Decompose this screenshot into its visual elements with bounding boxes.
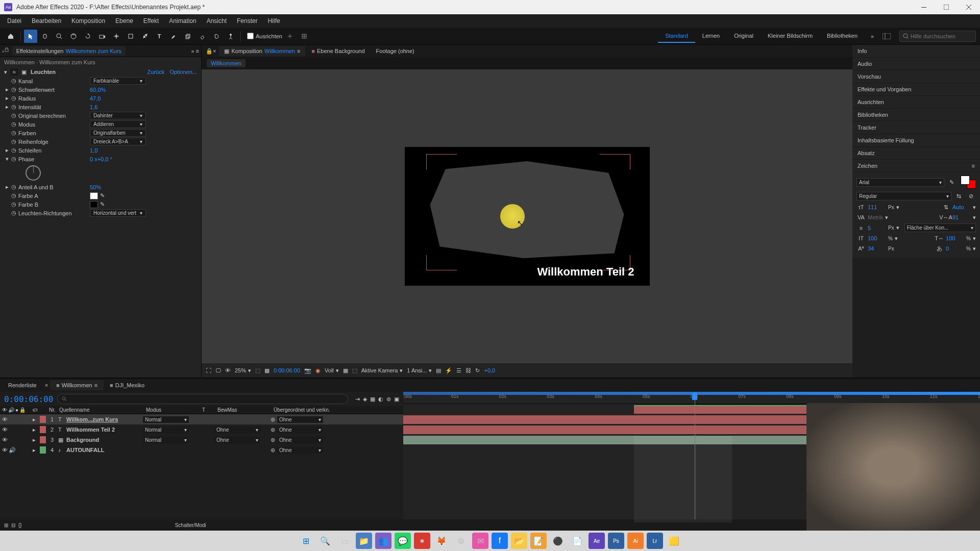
workspace-original[interactable]: Original [727, 30, 761, 43]
panel-effekte[interactable]: Effekte und Vorgaben [852, 83, 980, 96]
fit-icon[interactable]: ⛶ [206, 367, 211, 373]
blend-mode-dropdown[interactable]: Normal▾ [143, 427, 189, 433]
track-matte-dropdown[interactable]: Ohne▾ [214, 437, 260, 443]
tab-close-icon[interactable]: × [43, 382, 50, 388]
selection-tool-icon[interactable] [24, 30, 37, 43]
leading-value[interactable]: Auto [952, 204, 971, 210]
menu-komposition[interactable]: Komposition [66, 15, 110, 27]
layer-name[interactable]: AUTOUNFALL [66, 447, 143, 453]
close-button[interactable] [962, 2, 976, 12]
prop-schleifen-value[interactable]: 1,0 [90, 147, 97, 154]
eye-icon[interactable]: 👁 [2, 447, 8, 454]
audio-col-icon[interactable]: 🔊 [8, 407, 14, 413]
flowchart-icon[interactable]: ⛓ [465, 367, 471, 373]
minimize-button[interactable] [917, 2, 931, 12]
puppet-tool-icon[interactable] [224, 30, 237, 43]
tb-folder-icon[interactable]: 📂 [511, 533, 527, 549]
grid-icon[interactable]: ▦ [264, 367, 270, 374]
effect-header[interactable]: ▾ fx ▣ Leuchten Zurück Optionen... [0, 67, 201, 77]
brush-tool-icon[interactable] [167, 30, 180, 43]
panel-menu-icon[interactable]: ≡ [972, 163, 975, 169]
comp-canvas[interactable]: ↖ Willkommen Teil 2 [405, 147, 650, 286]
type-tool-icon[interactable]: T [153, 30, 166, 43]
comp-tab-footage[interactable]: Footage (ohne) [371, 46, 420, 56]
footer-label[interactable]: Schalter/Modi [175, 522, 206, 528]
menu-fenster[interactable]: Fenster [232, 15, 263, 27]
effect-reset-link[interactable]: Zurück [148, 69, 165, 75]
clone-tool-icon[interactable] [181, 30, 194, 43]
tb-editor-icon[interactable]: 📝 [530, 533, 547, 549]
parent-dropdown[interactable]: Ohne▾ [277, 427, 323, 433]
panel-lock-icon[interactable] [4, 47, 12, 55]
eye-col-icon[interactable]: 👁 [2, 407, 7, 413]
col-header-modus[interactable]: Modus [146, 407, 202, 413]
stopwatch-icon[interactable]: ◷ [10, 95, 17, 102]
panel-vorschau[interactable]: Vorschau [852, 70, 980, 83]
stopwatch-icon[interactable]: ◷ [10, 147, 17, 154]
comp-tab-willkommen[interactable]: ▦ Komposition Willkommen ≡ [219, 46, 305, 56]
camera-dropdown[interactable]: Aktive Kamera ▾ [361, 367, 403, 374]
prop-schwellen-value[interactable]: 60,0% [90, 87, 106, 93]
comp-tab-ebene[interactable]: ■ Ebene Background [306, 46, 370, 56]
tl-icon-brain[interactable]: ⊚ [386, 396, 391, 403]
pixel-aspect-icon[interactable]: ▤ [436, 367, 441, 374]
snap-grid-icon[interactable] [298, 30, 311, 43]
composition-viewport[interactable]: ↖ Willkommen Teil 2 [202, 69, 852, 363]
workspace-bibliotheken[interactable]: Bibliotheken [820, 30, 865, 43]
expand-caret-icon[interactable]: ▸ [33, 427, 38, 433]
eye-icon[interactable]: 👁 [2, 437, 8, 443]
parent-dropdown[interactable]: Ohne▾ [277, 416, 323, 423]
baseline-value[interactable]: 34 [868, 245, 886, 252]
panel-info[interactable]: Info [852, 45, 980, 58]
blend-mode-dropdown[interactable]: Normal▾ [143, 437, 189, 443]
camera-tool-icon[interactable] [95, 30, 109, 43]
prop-phase-value[interactable]: 0 x+0,0 ° [90, 156, 112, 162]
panel-zeichen-header[interactable]: Zeichen≡ [852, 160, 980, 172]
timeline-layer-row[interactable]: 👁 ▸ 1 T Willkom...zum Kurs Normal▾ ⊚ Ohn… [0, 414, 403, 424]
blend-mode-dropdown[interactable]: Normal▾ [143, 416, 189, 423]
tl-tab-dji[interactable]: ■ DJI_Mexiko [104, 380, 151, 390]
expand-caret-icon[interactable]: ▸ [33, 416, 38, 423]
tb-ae-icon[interactable]: Ae [589, 533, 605, 549]
col-header-parent[interactable]: Übergeordnet und verkn. [274, 407, 401, 413]
menu-datei[interactable]: Datei [2, 15, 27, 27]
phase-dial[interactable] [26, 165, 41, 181]
parent-dropdown[interactable]: Ohne▾ [277, 437, 323, 443]
stroke-mode-dropdown[interactable]: Fläche über Kon...▾ [904, 223, 976, 232]
layer-color-chip[interactable] [40, 436, 46, 443]
tl-icon-frame-blend[interactable]: ▦ [370, 396, 375, 403]
maximize-button[interactable] [939, 2, 953, 12]
font-family-dropdown[interactable]: Arial▾ [856, 178, 944, 187]
col-header-nr[interactable]: Nr. [49, 407, 59, 413]
resolution-dropdown[interactable]: Voll ▾ [325, 367, 339, 374]
col-header-bewmas[interactable]: BewMas [217, 407, 274, 413]
tl-icon-shy[interactable]: ⇥ [355, 396, 360, 403]
expand-caret-icon[interactable]: ▸ [33, 447, 38, 454]
panel-audio[interactable]: Audio [852, 58, 980, 70]
panel-lock-icon[interactable]: 🔒× [204, 48, 218, 55]
toggle-in-out-icon[interactable]: {} [18, 522, 22, 528]
stopwatch-icon[interactable]: ◷ [10, 210, 17, 217]
channel-icon[interactable]: ◉ [315, 367, 321, 374]
tsume-value[interactable]: 0 [946, 245, 964, 252]
prop-radius-value[interactable]: 47,0 [90, 95, 101, 102]
expand-caret-icon[interactable]: ▸ [4, 86, 10, 93]
menu-bearbeiten[interactable]: Bearbeiten [27, 15, 66, 27]
timeline-layer-row[interactable]: 👁 ▸ 3 ▦ Background Normal▾ Ohne▾ ⊚ Ohne▾ [0, 435, 403, 445]
stopwatch-icon[interactable]: ◷ [10, 156, 17, 163]
res-full-icon[interactable]: ⬚ [255, 367, 260, 374]
fast-preview-icon[interactable]: ⚡ [445, 367, 452, 374]
monitor-icon[interactable]: 🖵 [215, 367, 221, 373]
tb-explorer-icon[interactable]: 📁 [356, 533, 372, 549]
help-search[interactable] [899, 31, 976, 42]
tl-icon-graph[interactable]: ◈ [363, 396, 367, 403]
workspace-lernen[interactable]: Lernen [695, 30, 727, 43]
menu-ansicht[interactable]: Ansicht [202, 15, 232, 27]
zoom-dropdown[interactable]: 25% ▾ [235, 367, 251, 374]
parent-pick-icon[interactable]: ⊚ [271, 447, 275, 454]
tl-tab-renderliste[interactable]: Renderliste [2, 380, 43, 390]
tl-tab-willkommen[interactable]: ■ Willkommen ≡ [50, 380, 104, 390]
col-header-quelle[interactable]: Quellenname [59, 407, 146, 413]
breadcrumb-item[interactable]: Willkommen [207, 59, 246, 67]
effect-controls-tab[interactable]: Effekteinstellungen Willkommen zum Kurs [12, 46, 126, 56]
